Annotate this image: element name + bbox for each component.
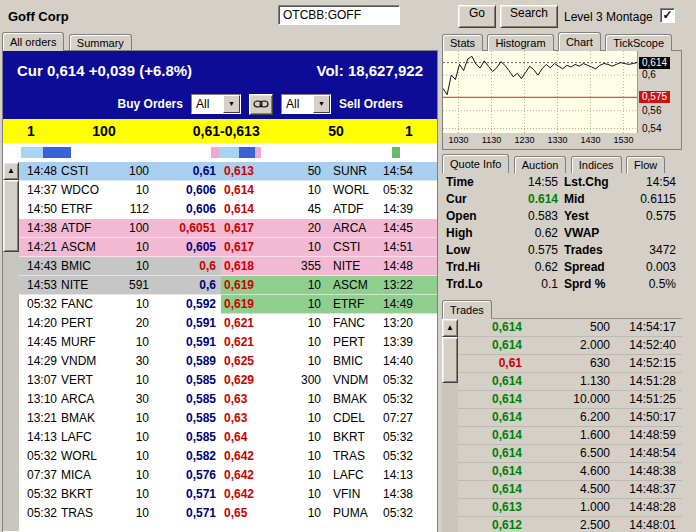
go-button[interactable]: Go	[458, 5, 496, 28]
ask-price: 0,642	[221, 447, 275, 466]
ask-time: 14:40	[377, 352, 437, 371]
order-book-row[interactable]: 14:45MURF100,5910,62110PERT13:39	[19, 333, 437, 352]
symbol-input[interactable]	[278, 5, 400, 25]
bid-mmid: ASCM	[59, 238, 105, 257]
bid-mmid: ATDF	[59, 219, 105, 238]
order-book-row[interactable]: 14:53NITE5910,60,61910ASCM13:22	[19, 276, 437, 295]
tab-stats[interactable]: Stats	[442, 34, 483, 51]
bid-size: 10	[105, 409, 157, 428]
bid-size: 10	[105, 333, 157, 352]
order-book-row[interactable]: 05:32TRAS100,5710,6510PUMA05:32	[19, 504, 437, 523]
trade-price: 0,614	[458, 445, 522, 462]
tab-flow[interactable]: Flow	[626, 156, 665, 173]
search-button[interactable]: Search	[500, 5, 558, 28]
order-book-rows: 14:48CSTI1000,610,61350SUNR14:5414:37WDC…	[19, 162, 437, 531]
order-book-row[interactable]: 14:38ATDF1000,60510,61720ARCA14:45	[19, 219, 437, 238]
trade-row: 0,6163014:52:15	[458, 355, 682, 373]
trade-size: 1.600	[522, 427, 610, 444]
quote-info-row: Low0.575Trades3472	[442, 242, 682, 259]
order-book-row[interactable]: 05:32BKRT100,5710,64210VFIN14:38	[19, 485, 437, 504]
ask-time: 14:13	[377, 466, 437, 485]
buy-orders-filter-dropdown[interactable]: All ▼	[191, 94, 241, 114]
trade-row: 0,6142.00014:52:40	[458, 337, 682, 355]
order-book-row[interactable]: 05:32WORL100,5820,64210TRAS05:32	[19, 447, 437, 466]
bid-size: 10	[105, 447, 157, 466]
quote-label: Trd.Lo	[446, 276, 492, 293]
bid-price: 0,591	[157, 333, 221, 352]
ask-mmid: ETRF	[329, 295, 377, 314]
quote-value: 0.6115	[628, 191, 676, 208]
tab-all-orders[interactable]: All orders	[2, 32, 64, 51]
bid-mmid: LAFC	[59, 428, 105, 447]
trade-price: 0,612	[458, 517, 522, 532]
quote-value: 14:55	[492, 174, 564, 191]
tab-chart[interactable]: Chart	[558, 32, 601, 51]
ask-mmid: PUMA	[329, 504, 377, 523]
level3-montage-checkbox[interactable]: ✓	[660, 8, 675, 23]
order-book-row[interactable]: 14:48CSTI1000,610,61350SUNR14:54	[19, 162, 437, 181]
bid-price: 0,571	[157, 485, 221, 504]
volume: Vol: 18,627,922	[317, 62, 423, 79]
tab-indices[interactable]: Indices	[571, 156, 622, 173]
order-book-row[interactable]: 14:20PERT200,5910,62110FANC13:20	[19, 314, 437, 333]
trade-size: 10.000	[522, 391, 610, 408]
trade-size: 6.500	[522, 445, 610, 462]
bid-price: 0,606	[157, 181, 221, 200]
ask-size: 10	[275, 390, 329, 409]
ask-size: 45	[275, 200, 329, 219]
order-book-row[interactable]: 14:50ETRF1120,6060,61445ATDF14:39	[19, 200, 437, 219]
chart-y-axis: 0,6140,60,5750,560,54	[638, 51, 681, 134]
order-book-row[interactable]: 14:29VNDM300,5890,62510BMIC14:40	[19, 352, 437, 371]
chart-x-axis: 103011301230133014301530	[443, 134, 681, 147]
tab-histogram[interactable]: Histogram	[487, 34, 553, 51]
quote-label: Yest	[564, 208, 628, 225]
y-axis-label: 0,6	[639, 69, 659, 81]
buy-orders-label: Buy Orders	[118, 97, 183, 111]
ask-time: 13:39	[377, 333, 437, 352]
price-chart	[443, 51, 637, 133]
quote-label: Mid	[564, 191, 628, 208]
ask-mmid: ASCM	[329, 276, 377, 295]
montage-section: All orders Summary Cur 0,614 +0,039 (+6.…	[2, 32, 438, 532]
link-filters-button[interactable]	[249, 94, 273, 115]
trade-time: 14:52:15	[610, 355, 676, 372]
tab-tickscope[interactable]: TickScope	[605, 34, 672, 51]
order-book-row[interactable]: 07:37MICA100,5760,64210LAFC14:13	[19, 466, 437, 485]
scrollbar-thumb[interactable]	[3, 180, 19, 252]
chevron-down-icon[interactable]: ▼	[223, 95, 240, 113]
bid-mmid: ETRF	[59, 200, 105, 219]
scroll-up-icon[interactable]: ▲	[442, 319, 458, 337]
order-book-row[interactable]: 14:21ASCM100,6050,61710CSTI14:51	[19, 238, 437, 257]
order-book-row[interactable]: 14:43BMIC100,60,618355NITE14:48	[19, 257, 437, 276]
order-book-row[interactable]: 13:07VERT100,5850,629300VNDM05:32	[19, 371, 437, 390]
quote-label: Open	[446, 208, 492, 225]
bid-size: 10	[105, 485, 157, 504]
ask-mmid: NITE	[329, 257, 377, 276]
chevron-down-icon[interactable]: ▼	[313, 95, 330, 113]
tab-trades[interactable]: Trades	[442, 300, 492, 319]
depth-segment	[71, 147, 211, 158]
trades-scrollbar[interactable]: ▲	[442, 319, 458, 532]
tab-quote-info[interactable]: Quote Info	[442, 154, 509, 173]
order-book-row[interactable]: 05:32FANC100,5920,61910ETRF14:49	[19, 295, 437, 314]
ask-size: 10	[275, 314, 329, 333]
tab-summary[interactable]: Summary	[69, 34, 132, 51]
order-book-row[interactable]: 14:13LAFC100,5850,6410BKRT05:32	[19, 428, 437, 447]
order-book-row[interactable]: 13:10ARCA300,5850,6310BMAK05:32	[19, 390, 437, 409]
quote-value: 0.1	[492, 276, 564, 293]
ask-size: 10	[275, 333, 329, 352]
ask-size: 10	[275, 447, 329, 466]
order-book-scrollbar[interactable]: ▲	[3, 162, 19, 531]
quote-info-panel: Time14:55Lst.Chg14:54Cur0.614Mid0.6115Op…	[442, 172, 682, 298]
ask-time: 05:32	[377, 447, 437, 466]
sell-filter-value: All	[282, 97, 313, 111]
scrollbar-thumb[interactable]	[442, 337, 458, 383]
sell-orders-filter-dropdown[interactable]: All ▼	[281, 94, 331, 114]
tab-auction[interactable]: Auction	[514, 156, 567, 173]
scroll-up-icon[interactable]: ▲	[3, 162, 19, 180]
y-axis-label: 0,614	[639, 57, 670, 69]
trade-price: 0,614	[458, 337, 522, 354]
quote-value: 14:54	[628, 174, 676, 191]
order-book-row[interactable]: 14:37WDCO100,6060,61410WORL05:32	[19, 181, 437, 200]
order-book-row[interactable]: 13:21BMAK100,5850,6310CDEL07:27	[19, 409, 437, 428]
